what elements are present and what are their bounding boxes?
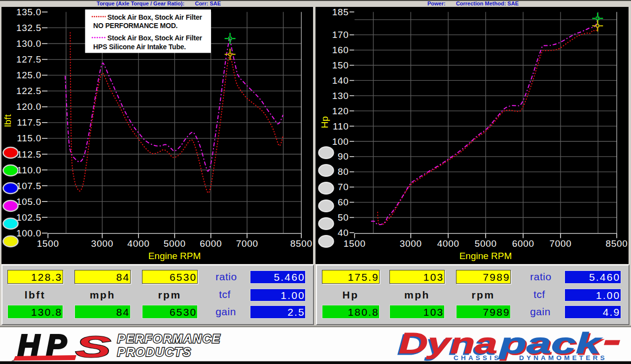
svg-text:1500: 1500 (37, 238, 59, 249)
svg-text:80: 80 (338, 166, 349, 177)
svg-text:70: 70 (338, 182, 349, 192)
svg-text:185: 185 (332, 7, 349, 17)
svg-text:8500: 8500 (290, 238, 313, 249)
svg-text:112.5: 112.5 (17, 149, 41, 160)
svg-text:170: 170 (332, 30, 349, 40)
svg-text:110: 110 (333, 121, 349, 132)
svg-text:lbft: lbft (2, 114, 13, 127)
svg-text:120.0: 120.0 (16, 101, 41, 112)
svg-text:115.0: 115.0 (17, 133, 41, 143)
svg-text:150: 150 (332, 60, 349, 70)
svg-text:4000: 4000 (437, 238, 459, 249)
svg-text:117.5: 117.5 (17, 117, 41, 128)
svg-text:60: 60 (338, 197, 349, 207)
svg-text:8500: 8500 (606, 238, 628, 249)
svg-text:140: 140 (332, 75, 349, 86)
svg-text:NO PERFORMANCE MOD.: NO PERFORMANCE MOD. (93, 22, 177, 30)
svg-text:3000: 3000 (91, 238, 113, 249)
svg-text:127.5: 127.5 (16, 54, 41, 65)
svg-text:5000: 5000 (475, 238, 497, 249)
svg-text:DYNAMOMETERS: DYNAMOMETERS (519, 354, 607, 362)
svg-text:107.5: 107.5 (16, 181, 41, 191)
svg-text:Stock Air Box, Stock Air Filte: Stock Air Box, Stock Air Filter (107, 34, 203, 42)
svg-text:50: 50 (338, 212, 349, 223)
svg-text:Stock Air Box, Stock Air Filte: Stock Air Box, Stock Air Filter (107, 13, 203, 21)
svg-text:6000: 6000 (200, 238, 222, 249)
svg-text:7000: 7000 (236, 238, 258, 249)
svg-text:105.0: 105.0 (16, 197, 41, 207)
svg-text:135.0: 135.0 (16, 7, 41, 17)
svg-text:PRODUCTS: PRODUCTS (117, 345, 192, 359)
svg-text:130.0: 130.0 (16, 38, 41, 49)
svg-text:40: 40 (338, 228, 349, 238)
svg-text:122.5: 122.5 (16, 86, 41, 96)
svg-text:Hp: Hp (319, 116, 330, 128)
svg-text:130: 130 (332, 91, 349, 101)
svg-text:125.0: 125.0 (16, 70, 41, 80)
svg-text:4000: 4000 (127, 238, 149, 249)
svg-text:CHASSIS: CHASSIS (454, 354, 501, 362)
svg-text:6000: 6000 (512, 238, 534, 249)
svg-text:Engine RPM: Engine RPM (459, 251, 512, 261)
svg-text:132.5: 132.5 (16, 23, 41, 33)
svg-text:S: S (75, 330, 111, 364)
svg-text:90: 90 (338, 151, 349, 162)
svg-text:100.0: 100.0 (16, 228, 41, 238)
svg-text:120: 120 (332, 106, 349, 116)
svg-text:1500: 1500 (344, 238, 366, 249)
svg-text:5000: 5000 (164, 238, 186, 249)
svg-text:100: 100 (332, 136, 349, 147)
svg-text:®: ® (11, 360, 15, 364)
svg-text:7000: 7000 (550, 238, 572, 249)
svg-text:PERFORMANCE: PERFORMANCE (117, 332, 221, 345)
svg-text:HPS Silicone Air Intake Tube.: HPS Silicone Air Intake Tube. (93, 43, 186, 51)
svg-text:102.5: 102.5 (16, 212, 41, 223)
svg-text:3000: 3000 (400, 238, 422, 249)
svg-text:160: 160 (332, 45, 349, 55)
svg-text:Engine RPM: Engine RPM (148, 251, 201, 261)
svg-text:110.0: 110.0 (17, 165, 41, 175)
